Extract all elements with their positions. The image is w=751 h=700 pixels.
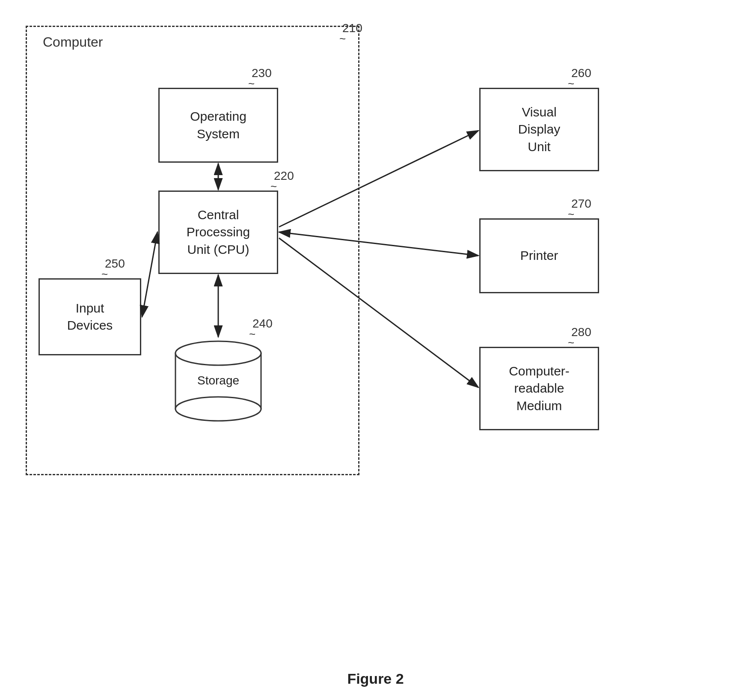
- operating-system-box: OperatingSystem: [158, 88, 278, 163]
- cpu-box: CentralProcessingUnit (CPU): [158, 191, 278, 274]
- svg-text:Storage: Storage: [197, 374, 239, 387]
- printer-label: Printer: [520, 247, 558, 265]
- figure-label: Figure 2: [347, 670, 404, 687]
- svg-point-5: [175, 397, 261, 421]
- input-devices-box: InputDevices: [39, 278, 141, 355]
- visual-display-unit-label: VisualDisplayUnit: [518, 104, 560, 156]
- storage-cylinder-svg: Storage: [171, 338, 265, 424]
- svg-point-4: [175, 341, 261, 365]
- computer-label: Computer: [43, 34, 103, 50]
- computer-readable-box: Computer-readableMedium: [479, 347, 599, 430]
- zigzag-210: ~: [339, 32, 346, 45]
- cpu-label: CentralProcessingUnit (CPU): [187, 206, 250, 259]
- printer-box: Printer: [479, 218, 599, 293]
- visual-display-unit-box: VisualDisplayUnit: [479, 88, 599, 171]
- operating-system-label: OperatingSystem: [190, 108, 246, 143]
- computer-readable-label: Computer-readableMedium: [509, 363, 570, 415]
- input-devices-label: InputDevices: [67, 300, 113, 334]
